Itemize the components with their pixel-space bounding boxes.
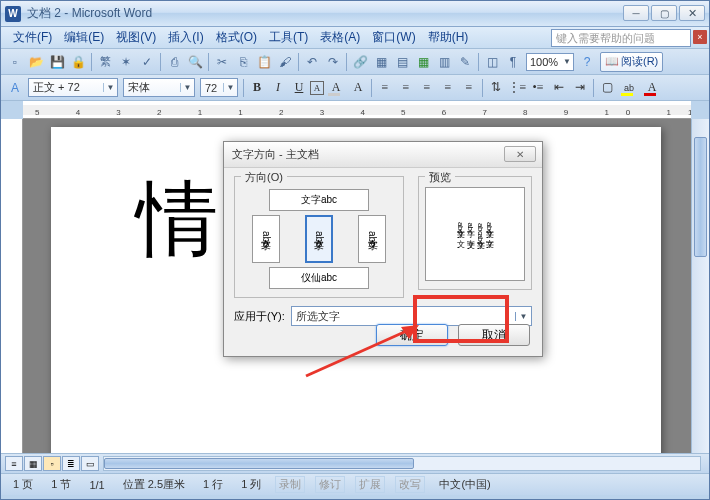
menu-view[interactable]: 视图(V): [110, 27, 162, 48]
show-marks-icon[interactable]: ¶: [503, 52, 523, 72]
preview-box: 文字abc文字abc文字abc字abc文字文字abc文: [425, 187, 525, 281]
menu-format[interactable]: 格式(O): [210, 27, 263, 48]
vertical-ruler[interactable]: [1, 119, 23, 453]
char-shading-button[interactable]: A: [325, 78, 347, 98]
font-size-combo[interactable]: 72 ▼: [200, 78, 238, 97]
border-box-icon[interactable]: A: [310, 81, 324, 95]
zoom-combo[interactable]: 100% ▼: [526, 53, 574, 71]
spelling-icon[interactable]: ✓: [137, 52, 157, 72]
open-icon[interactable]: 📂: [26, 52, 46, 72]
highlight-button[interactable]: ab: [618, 78, 640, 98]
ok-button[interactable]: 确定: [376, 324, 448, 346]
numbering-button[interactable]: ⋮≡: [507, 78, 527, 98]
zoom-value: 100%: [527, 56, 561, 68]
bullets-button[interactable]: •≡: [528, 78, 548, 98]
chevron-down-icon: ▼: [103, 83, 117, 92]
underline-button[interactable]: U: [289, 78, 309, 98]
font-color-button[interactable]: A: [641, 78, 663, 98]
cancel-button[interactable]: 取消: [458, 324, 530, 346]
status-page-of: 1/1: [85, 479, 108, 491]
paste-icon[interactable]: 📋: [254, 52, 274, 72]
menu-table[interactable]: 表格(A): [314, 27, 366, 48]
orientation-vertical-selected-button[interactable]: 文字abc: [305, 215, 333, 263]
status-section: 1 节: [47, 477, 75, 492]
dialog-close-button[interactable]: ✕: [504, 146, 536, 162]
tables-borders-icon[interactable]: ▦: [371, 52, 391, 72]
print-preview-icon[interactable]: 🔍: [185, 52, 205, 72]
align-center-button[interactable]: ≡: [396, 78, 416, 98]
status-language[interactable]: 中文(中国): [435, 477, 494, 492]
status-revision[interactable]: 修订: [315, 476, 345, 493]
minimize-button[interactable]: ─: [623, 5, 649, 21]
reading-view-button[interactable]: ▭: [81, 456, 99, 471]
chevron-down-icon: ▼: [180, 83, 194, 92]
horizontal-ruler[interactable]: 5 4 3 2 1 1 2 3 4 5 6 7 8 9 10 11 12 13 …: [23, 101, 691, 119]
styles-pane-icon[interactable]: A: [5, 78, 25, 98]
orientation-vertical-ltr-button[interactable]: 文字abc: [358, 215, 386, 263]
convert-icon[interactable]: 繁: [95, 52, 115, 72]
orientation-vertical-rtl-button[interactable]: 文字abc: [252, 215, 280, 263]
maximize-button[interactable]: ▢: [651, 5, 677, 21]
apply-to-combo[interactable]: 所选文字 ▼: [291, 306, 532, 326]
vertical-scrollbar[interactable]: [691, 119, 709, 453]
undo-icon[interactable]: ↶: [302, 52, 322, 72]
hscroll-thumb[interactable]: [104, 458, 414, 469]
permission-icon[interactable]: 🔒: [68, 52, 88, 72]
italic-button[interactable]: I: [268, 78, 288, 98]
menu-edit[interactable]: 编辑(E): [58, 27, 110, 48]
document-close-button[interactable]: ×: [693, 30, 707, 44]
decrease-indent-button[interactable]: ⇤: [549, 78, 569, 98]
scroll-thumb[interactable]: [694, 137, 707, 257]
help-search-input[interactable]: 键入需要帮助的问题: [551, 29, 691, 47]
char-border-button[interactable]: A: [348, 78, 368, 98]
document-text[interactable]: 情: [136, 165, 222, 275]
preview-text: 文字abc文字abc文字abc字abc文字文字abc文: [456, 223, 494, 245]
increase-indent-button[interactable]: ⇥: [570, 78, 590, 98]
drawing-icon[interactable]: ✎: [455, 52, 475, 72]
print-layout-button[interactable]: ▫: [43, 456, 61, 471]
status-extend[interactable]: 扩展: [355, 476, 385, 493]
status-overtype[interactable]: 改写: [395, 476, 425, 493]
cut-icon[interactable]: ✂: [212, 52, 232, 72]
orientation-horizontal-button[interactable]: 文字abc: [269, 189, 369, 211]
save-icon[interactable]: 💾: [47, 52, 67, 72]
help-icon[interactable]: ?: [577, 52, 597, 72]
menu-window[interactable]: 窗口(W): [366, 27, 421, 48]
outline-view-button[interactable]: ≣: [62, 456, 80, 471]
text-direction-dialog: 文字方向 - 主文档 ✕ 方向(O) 文字abc 文字abc 文字abc 文字a…: [223, 141, 543, 357]
normal-view-button[interactable]: ≡: [5, 456, 23, 471]
status-record[interactable]: 录制: [275, 476, 305, 493]
font-combo[interactable]: 宋体 ▼: [123, 78, 195, 97]
insert-table-icon[interactable]: ▤: [392, 52, 412, 72]
orientation-horizontal-alt-button[interactable]: 仪仙abc: [269, 267, 369, 289]
menu-help[interactable]: 帮助(H): [422, 27, 475, 48]
hyperlink-icon[interactable]: 🔗: [350, 52, 370, 72]
web-view-button[interactable]: ▦: [24, 456, 42, 471]
bold-button[interactable]: B: [247, 78, 267, 98]
research-icon[interactable]: ✶: [116, 52, 136, 72]
style-combo[interactable]: 正文 + 72 ▼: [28, 78, 118, 97]
align-right-button[interactable]: ≡: [417, 78, 437, 98]
read-mode-button[interactable]: 📖 阅读(R): [600, 52, 663, 72]
preview-group: 预览 文字abc文字abc文字abc字abc文字文字abc文: [418, 176, 532, 290]
redo-icon[interactable]: ↷: [323, 52, 343, 72]
menu-tools[interactable]: 工具(T): [263, 27, 314, 48]
outside-border-button[interactable]: ▢: [597, 78, 617, 98]
direction-group-label: 方向(O): [241, 170, 287, 185]
dialog-titlebar[interactable]: 文字方向 - 主文档 ✕: [224, 142, 542, 168]
copy-icon[interactable]: ⎘: [233, 52, 253, 72]
align-left-button[interactable]: ≡: [375, 78, 395, 98]
menu-insert[interactable]: 插入(I): [162, 27, 209, 48]
print-icon[interactable]: ⎙: [164, 52, 184, 72]
horizontal-scrollbar[interactable]: [103, 456, 701, 471]
distribute-button[interactable]: ≡: [459, 78, 479, 98]
doc-map-icon[interactable]: ◫: [482, 52, 502, 72]
new-doc-icon[interactable]: ▫: [5, 52, 25, 72]
close-button[interactable]: ✕: [679, 5, 705, 21]
format-painter-icon[interactable]: 🖌: [275, 52, 295, 72]
columns-icon[interactable]: ▥: [434, 52, 454, 72]
excel-icon[interactable]: ▦: [413, 52, 433, 72]
menu-file[interactable]: 文件(F): [7, 27, 58, 48]
line-spacing-button[interactable]: ⇅: [486, 78, 506, 98]
align-justify-button[interactable]: ≡: [438, 78, 458, 98]
